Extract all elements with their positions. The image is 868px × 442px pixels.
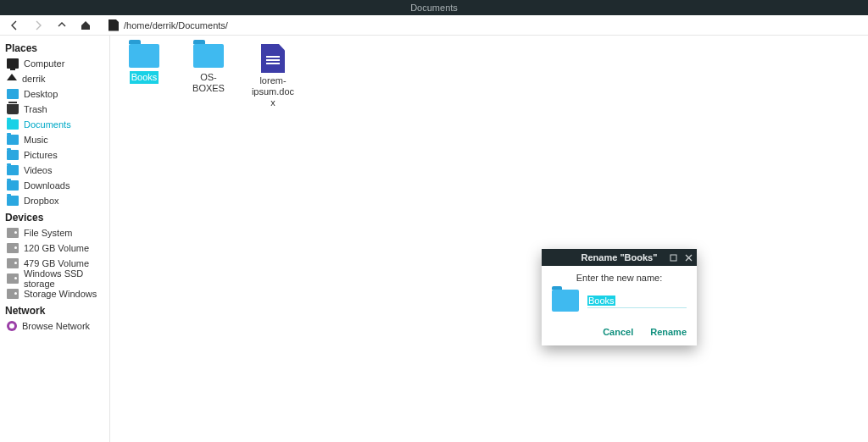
section-header: Places — [0, 39, 109, 56]
folder-icon — [193, 44, 224, 68]
sidebar: PlacesComputerderrikDesktopTrashDocument… — [0, 36, 110, 442]
sidebar-item-computer[interactable]: Computer — [0, 56, 109, 71]
sidebar-item-label: Desktop — [24, 89, 58, 99]
trash-icon — [7, 104, 19, 114]
dialog-cancel-button[interactable]: Cancel — [603, 327, 633, 337]
desktop-icon — [7, 89, 19, 99]
sidebar-item-label: Pictures — [24, 150, 58, 160]
sidebar-item-label: Music — [24, 135, 48, 145]
window-titlebar: Documents — [0, 0, 868, 15]
drive-icon — [7, 273, 19, 284]
dialog-close-button[interactable] — [683, 252, 693, 262]
network-icon — [7, 321, 17, 331]
dialog-titlebar[interactable]: Rename "Books" — [542, 249, 697, 266]
folder-icon — [7, 180, 19, 191]
sidebar-item-120-gb-volume[interactable]: 120 GB Volume — [0, 240, 109, 256]
sidebar-item-pictures[interactable]: Pictures — [0, 147, 109, 163]
dialog-prompt: Enter the new name: — [552, 273, 687, 283]
sidebar-item-music[interactable]: Music — [0, 132, 109, 147]
folder-icon — [7, 165, 19, 175]
content-area: BooksOS-BOXESlorem-ipsum.docx Rename "Bo… — [110, 36, 868, 442]
sidebar-item-label: Dropbox — [24, 196, 59, 206]
dialog-maximize-button[interactable] — [668, 252, 678, 262]
sidebar-item-dropbox[interactable]: Dropbox — [0, 193, 109, 208]
sidebar-item-videos[interactable]: Videos — [0, 163, 109, 178]
svg-rect-0 — [670, 255, 676, 261]
sidebar-item-windows-ssd-storage[interactable]: Windows SSD storage — [0, 271, 109, 286]
sidebar-item-browse-network[interactable]: Browse Network — [0, 318, 109, 334]
sidebar-item-label: Browse Network — [22, 321, 90, 331]
sidebar-item-file-system[interactable]: File System — [0, 225, 109, 240]
dialog-folder-icon — [552, 290, 579, 312]
drive-icon — [7, 228, 19, 238]
sidebar-item-documents[interactable]: Documents — [0, 117, 109, 132]
toolbar: /home/derrik/Documents/ — [0, 15, 868, 36]
path-bar[interactable]: /home/derrik/Documents/ — [108, 19, 228, 31]
sidebar-item-label: Windows SSD storage — [24, 268, 104, 289]
folder-icon — [7, 196, 19, 206]
home-icon — [7, 74, 17, 80]
drive-icon — [7, 243, 19, 253]
folder-item-os-boxes[interactable]: OS-BOXES — [185, 44, 232, 95]
sidebar-item-label: 120 GB Volume — [24, 243, 89, 253]
sidebar-item-label: Computer — [24, 58, 64, 69]
sidebar-item-label: derrik — [22, 74, 46, 84]
file-label: lorem-ipsum.docx — [249, 75, 297, 110]
sidebar-item-label: Trash — [24, 104, 47, 114]
rename-dialog: Rename "Books" Enter the new name: Books — [542, 249, 697, 345]
up-button[interactable] — [54, 18, 70, 33]
document-icon — [261, 44, 285, 73]
sidebar-item-label: Downloads — [24, 180, 70, 191]
page-icon — [108, 19, 119, 31]
sidebar-item-trash[interactable]: Trash — [0, 102, 109, 117]
sidebar-item-label: Videos — [24, 165, 52, 175]
sidebar-item-label: File System — [24, 228, 72, 238]
dialog-title-text: Rename "Books" — [581, 252, 658, 262]
file-grid: BooksOS-BOXESlorem-ipsum.docx — [120, 44, 858, 110]
sidebar-item-label: Storage Windows — [24, 289, 97, 299]
file-item-lorem-ipsum-docx[interactable]: lorem-ipsum.docx — [249, 44, 297, 110]
drive-icon — [7, 258, 19, 268]
sidebar-item-desktop[interactable]: Desktop — [0, 86, 109, 102]
back-button[interactable] — [7, 18, 22, 33]
file-label: OS-BOXES — [185, 71, 232, 95]
folder-icon — [7, 135, 19, 145]
sidebar-item-label: Documents — [24, 119, 71, 130]
sidebar-item-storage-windows[interactable]: Storage Windows — [0, 286, 109, 301]
section-header: Network — [0, 301, 109, 318]
path-text: /home/derrik/Documents/ — [124, 20, 228, 30]
section-header: Devices — [0, 208, 109, 225]
sidebar-item-downloads[interactable]: Downloads — [0, 178, 109, 193]
dialog-rename-button[interactable]: Rename — [650, 327, 687, 337]
sidebar-item-label: 479 GB Volume — [24, 258, 89, 268]
folder-icon — [7, 150, 19, 160]
folder-item-books[interactable]: Books — [120, 44, 168, 84]
forward-button[interactable] — [31, 18, 46, 33]
sidebar-item-derrik[interactable]: derrik — [0, 71, 109, 86]
file-label: Books — [130, 71, 159, 84]
window-title: Documents — [410, 3, 458, 13]
drive-icon — [7, 289, 19, 299]
folder-icon — [7, 119, 19, 130]
monitor-icon — [7, 58, 19, 69]
home-button[interactable] — [78, 18, 93, 33]
rename-input[interactable]: Books — [587, 294, 687, 307]
folder-icon — [129, 44, 159, 68]
